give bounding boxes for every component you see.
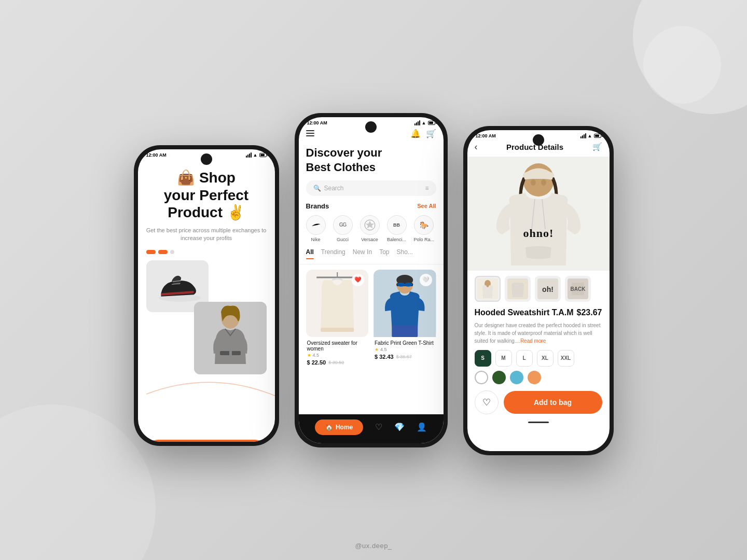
brands-title: Brands xyxy=(306,202,329,210)
svg-rect-17 xyxy=(392,326,418,337)
size-xl[interactable]: XL xyxy=(537,350,554,367)
tshirt-image: 🤍 xyxy=(374,270,436,337)
color-green[interactable] xyxy=(492,371,506,384)
see-all-link[interactable]: See All xyxy=(417,203,436,209)
phone3-wifi-icon: ▲ xyxy=(588,133,592,138)
profile-nav-icon[interactable]: 👤 xyxy=(417,422,427,432)
size-l[interactable]: L xyxy=(516,350,533,367)
search-placeholder: Search xyxy=(324,185,344,192)
phone3-thumbnails: oh! BACK xyxy=(467,271,610,306)
phone2-signal xyxy=(414,120,420,125)
phone3-home-indicator xyxy=(467,422,610,426)
add-to-bag-button[interactable]: Add to bag xyxy=(504,391,602,414)
wishlist-button[interactable]: ♡ xyxy=(475,390,499,414)
brand-gucci[interactable]: GG Gucci xyxy=(333,215,353,242)
sweater-name: Oversized sweater for women xyxy=(307,340,368,352)
brand-polo[interactable]: 🐎 Polo Ra... xyxy=(414,215,435,242)
phone3-notch xyxy=(533,134,544,146)
tab-trending[interactable]: Trending xyxy=(321,248,345,259)
nike-logo xyxy=(306,215,326,235)
svg-text:ohno!: ohno! xyxy=(523,227,554,240)
home-nav-button[interactable]: 🏠 Home xyxy=(315,419,363,435)
sweater-price: $ 22.50 $ 30.50 xyxy=(307,359,368,366)
tab-top[interactable]: Top xyxy=(379,248,389,259)
notification-icon[interactable]: 🔔 xyxy=(410,129,421,138)
cart-icon[interactable]: 🛒 xyxy=(426,129,436,138)
size-s[interactable]: S xyxy=(475,350,491,367)
tshirt-heart-icon[interactable]: 🤍 xyxy=(420,274,432,286)
phone1-notch xyxy=(201,153,212,165)
hamburger-menu-icon[interactable] xyxy=(306,130,314,136)
product-card-tshirt[interactable]: 🤍 Fabric Print Green T-Shirt ★ 4.5 $ 32.… xyxy=(374,270,436,369)
tshirt-current-price: $ 32.43 xyxy=(375,354,394,360)
phone3-battery-icon xyxy=(594,134,601,138)
color-blue[interactable] xyxy=(510,371,523,384)
tshirt-old-price: $ 36.67 xyxy=(396,354,412,359)
phone1-pagination-dots xyxy=(146,250,267,254)
search-bar[interactable]: 🔍 Search ≡ xyxy=(306,180,436,196)
phone2-wifi-icon: ▲ xyxy=(422,120,426,125)
polo-name: Polo Ra... xyxy=(414,237,435,242)
thumb-1[interactable] xyxy=(475,276,501,302)
tab-all[interactable]: All xyxy=(306,248,314,259)
filter-icon[interactable]: ≡ xyxy=(425,185,428,192)
svg-rect-6 xyxy=(229,350,232,356)
brand-nike[interactable]: Nike xyxy=(306,215,326,242)
phone2-header-actions: 🔔 🛒 xyxy=(410,129,436,138)
phone1-title: 👜 Shop your Perfect Product ✌️ xyxy=(146,169,267,221)
tshirt-star-icon: ★ xyxy=(375,347,379,352)
versace-name: Versace xyxy=(361,237,378,242)
sweater-heart-icon[interactable]: ❤️ xyxy=(352,274,364,286)
sweater-rating: ★ 4.5 xyxy=(307,353,368,358)
tshirt-price: $ 32.43 $ 36.67 xyxy=(375,354,435,360)
phone2-time: 12:00 AM xyxy=(307,120,327,125)
svg-point-16 xyxy=(404,283,412,287)
thumb-2[interactable] xyxy=(505,276,531,302)
bottom-navigation: 🏠 Home ♡ 💎 👤 xyxy=(299,414,444,443)
product-price: $23.67 xyxy=(577,308,602,317)
footer-credit: @ux.deep_ xyxy=(355,542,392,550)
balenciaga-name: Balenci... xyxy=(387,237,406,242)
phone1-time: 12:00 AM xyxy=(146,152,167,158)
back-button[interactable]: ‹ xyxy=(475,142,478,152)
color-orange[interactable] xyxy=(528,371,541,384)
phone3-cart-icon[interactable]: 🛒 xyxy=(592,142,602,151)
shop-nav-icon[interactable]: 💎 xyxy=(394,422,405,432)
versace-logo xyxy=(360,215,380,235)
balenciaga-logo: BB xyxy=(387,215,407,235)
read-more-link[interactable]: Read more xyxy=(520,338,546,344)
bg-decoration-circle-3 xyxy=(643,26,721,104)
brand-versace[interactable]: Versace xyxy=(360,215,380,242)
svg-point-22 xyxy=(541,179,546,186)
tab-shop[interactable]: Sho... xyxy=(396,248,412,259)
size-m[interactable]: M xyxy=(495,350,512,367)
brands-list: Nike GG Gucci Versace xyxy=(299,215,444,248)
tab-new-in[interactable]: New In xyxy=(353,248,372,259)
phone1-battery-icon xyxy=(259,153,267,157)
search-icon: 🔍 xyxy=(313,185,321,192)
dot-3 xyxy=(170,250,174,254)
sweater-star-icon: ★ xyxy=(307,353,311,358)
phone2-battery-icon xyxy=(428,121,435,125)
svg-point-20 xyxy=(523,171,554,179)
gucci-name: Gucci xyxy=(337,237,349,242)
next-button[interactable]: Next xyxy=(146,440,267,442)
product-card-sweater[interactable]: ❤️ Oversized sweater for women ★ 4.5 $ 2… xyxy=(306,270,369,369)
tshirt-name: Fabric Print Green T-Shirt xyxy=(375,340,435,346)
favorites-nav-icon[interactable]: ♡ xyxy=(375,422,382,432)
svg-text:oh!: oh! xyxy=(542,285,554,293)
size-xxl[interactable]: XXL xyxy=(558,350,574,367)
phone1-wifi-icon: ▲ xyxy=(253,152,258,158)
thumb-3[interactable]: oh! xyxy=(535,276,561,302)
phone2-heading: Discover your Best Clothes xyxy=(299,142,444,180)
svg-rect-10 xyxy=(321,328,354,332)
product-actions: ♡ Add to bag xyxy=(467,390,610,422)
phone1-content: 👜 Shop your Perfect Product ✌️ Get the b… xyxy=(138,159,275,436)
polo-logo: 🐎 xyxy=(414,215,434,235)
sweater-current-price: $ 22.50 xyxy=(307,359,326,366)
phone2-notch xyxy=(365,121,377,133)
brand-balenciaga[interactable]: BB Balenci... xyxy=(387,215,407,242)
color-white[interactable] xyxy=(475,371,488,384)
thumb-4[interactable]: BACK xyxy=(565,276,591,302)
phone3-signal xyxy=(580,133,586,138)
